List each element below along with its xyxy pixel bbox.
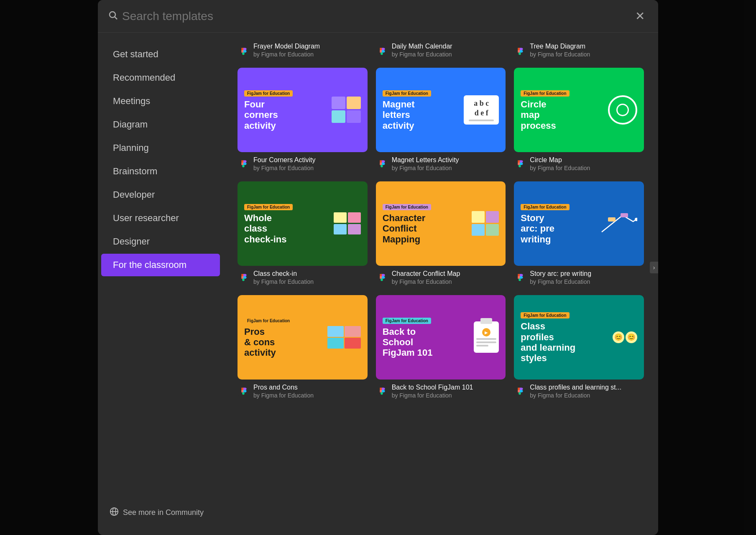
story-arc-icon [600,211,637,234]
sidebar-item-diagram[interactable]: Diagram [101,113,220,136]
template-name-character-conflict: Character Conflict Map [392,270,460,278]
sidebar-item-planning[interactable]: Planning [101,137,220,159]
template-item-pros-cons[interactable]: FigJam for Education Pros& consactivity [233,292,372,405]
template-name-pros-cons: Pros and Cons [253,384,314,391]
card-tag: FigJam for Education [244,318,293,324]
template-item-class-checkin[interactable]: FigJam for Education Wholeclasscheck-ins [233,178,372,292]
template-card-back-to-school: FigJam for Education Back toSchoolFigJam… [376,295,506,380]
template-meta-magnet-letters: Magnet Letters Activity by Figma for Edu… [376,156,506,171]
template-author-circle-map: by Figma for Education [530,165,590,171]
template-item-story-arc[interactable]: FigJam for Education Storyarc: prewritin… [510,178,648,292]
template-item-daily-math[interactable]: Daily Math Calendar by Figma for Educati… [372,39,510,63]
sidebar-item-designer[interactable]: Designer [101,230,220,253]
card-tag: FigJam for Education [383,318,431,324]
template-author-character-conflict: by Figma for Education [392,278,460,285]
top-row: Frayer Model Diagram by Figma for Educat… [233,39,648,63]
card-tag: FigJam for Education [521,204,569,210]
card-tag: FigJam for Education [383,204,431,210]
templates-grid: FigJam for Education Fourcornersactivity [233,64,648,405]
modal-overlay: ✕ Get started Recommended Meetings Diagr… [0,0,756,535]
template-item-class-profiles[interactable]: FigJam for Education Classprofilesand le… [510,292,648,405]
card-tag: FigJam for Education [244,90,293,97]
search-icon [108,10,118,22]
svg-rect-15 [621,213,628,217]
globe-icon [110,507,119,518]
template-item-back-to-school[interactable]: FigJam for Education Back toSchoolFigJam… [372,292,510,405]
sidebar: Get started Recommended Meetings Diagram… [98,33,223,535]
template-name-class-profiles: Class profiles and learning st... [530,384,621,391]
template-author-story-arc: by Figma for Education [530,278,591,285]
smiley-faces-icon: 😊 😊 [613,331,637,343]
card-title-magnet-letters: Magnetlettersactivity [383,99,461,131]
card-tag: FigJam for Education [244,204,293,210]
template-meta-class-profiles: Class profiles and learning st... by Fig… [514,384,644,399]
template-item-four-corners[interactable]: FigJam for Education Fourcornersactivity [233,64,372,178]
chevron-right-icon: › [653,264,655,271]
template-meta-class-checkin: Class check-in by Figma for Education [238,270,368,285]
template-name-circle-map: Circle Map [530,156,590,164]
card-title-class-profiles: Classprofilesand learningstyles [521,321,609,363]
card-title-story-arc: Storyarc: prewriting [521,213,596,245]
template-author-class-checkin: by Figma for Education [253,278,314,285]
template-item-circle-map[interactable]: FigJam for Education Circlemapprocess [510,64,648,178]
svg-line-1 [115,17,117,20]
template-author-pros-cons: by Figma for Education [253,392,314,399]
template-name-four-corners: Four Corners Activity [253,156,315,164]
community-link-label: See more in Community [123,508,204,517]
sidebar-item-brainstorm[interactable]: Brainstorm [101,160,220,183]
template-card-pros-cons: FigJam for Education Pros& consactivity [238,295,368,380]
template-author-magnet-letters: by Figma for Education [392,165,459,171]
template-meta-back-to-school: Back to School FigJam 101 by Figma for E… [376,384,506,399]
template-item-frayer[interactable]: Frayer Model Diagram by Figma for Educat… [233,39,372,63]
template-card-class-checkin: FigJam for Education Wholeclasscheck-ins [238,181,368,266]
template-meta-story-arc: Story arc: pre writing by Figma for Educ… [514,270,644,285]
sidebar-item-meetings[interactable]: Meetings [101,90,220,112]
template-name-class-checkin: Class check-in [253,270,314,278]
template-meta-pros-cons: Pros and Cons by Figma for Education [238,384,368,399]
template-card-story-arc: FigJam for Education Storyarc: prewritin… [514,181,644,266]
sidebar-item-for-the-classroom[interactable]: For the classroom [101,254,220,276]
template-meta-circle-map: Circle Map by Figma for Education [514,156,644,171]
top-item-info-daily-math: Daily Math Calendar by Figma for Educati… [392,43,452,58]
template-item-character-conflict[interactable]: FigJam for Education CharacterConflictMa… [372,178,510,292]
top-item-name-daily-math: Daily Math Calendar [392,43,452,50]
search-input[interactable] [122,10,331,23]
template-item-tree-map[interactable]: Tree Map Diagram by Figma for Education [510,39,648,63]
template-author-back-to-school: by Figma for Education [392,392,473,399]
card-title-circle-map: Circlemapprocess [521,99,605,131]
top-item-info-tree-map: Tree Map Diagram by Figma for Education [530,43,590,58]
card-title-pros-cons: Pros& consactivity [244,326,324,358]
template-name-magnet-letters: Magnet Letters Activity [392,156,459,164]
template-card-circle-map: FigJam for Education Circlemapprocess [514,68,644,152]
card-title-class-checkin: Wholeclasscheck-ins [244,213,330,245]
sidebar-item-developer[interactable]: Developer [101,183,220,206]
sidebar-item-recommended[interactable]: Recommended [101,66,220,89]
top-item-name-frayer: Frayer Model Diagram [253,43,320,50]
template-card-magnet-letters: FigJam for Education Magnetlettersactivi… [376,68,506,152]
card-tag: FigJam for Education [383,90,431,97]
top-item-author-daily-math: by Figma for Education [392,51,452,58]
template-item-magnet-letters[interactable]: FigJam for Education Magnetlettersactivi… [372,64,510,178]
template-author-class-profiles: by Figma for Education [530,392,621,399]
card-title-character-conflict: CharacterConflictMapping [383,213,469,245]
top-item-author-frayer: by Figma for Education [253,51,320,58]
card-title-back-to-school: Back toSchoolFigJam 101 [383,326,471,358]
close-button[interactable]: ✕ [632,8,648,25]
card-title-four-corners: Fourcornersactivity [244,99,328,131]
template-name-story-arc: Story arc: pre writing [530,270,591,278]
top-item-author-tree-map: by Figma for Education [530,51,590,58]
template-meta-four-corners: Four Corners Activity by Figma for Educa… [238,156,368,171]
pros-cons-icon [327,326,361,349]
clipboard-icon: ▶ [474,321,499,353]
card-tag: FigJam for Education [521,312,569,318]
content-area[interactable]: Frayer Model Diagram by Figma for Educat… [223,33,658,535]
scroll-indicator[interactable]: › [650,262,658,273]
sidebar-item-get-started[interactable]: Get started [101,43,220,66]
template-card-character-conflict: FigJam for Education CharacterConflictMa… [376,181,506,266]
community-link[interactable]: See more in Community [98,500,223,525]
template-card-class-profiles: FigJam for Education Classprofilesand le… [514,295,644,380]
conflict-grid-icon [472,211,499,236]
top-item-name-tree-map: Tree Map Diagram [530,43,590,50]
sidebar-item-user-researcher[interactable]: User researcher [101,207,220,229]
card-tag: FigJam for Education [521,90,569,97]
